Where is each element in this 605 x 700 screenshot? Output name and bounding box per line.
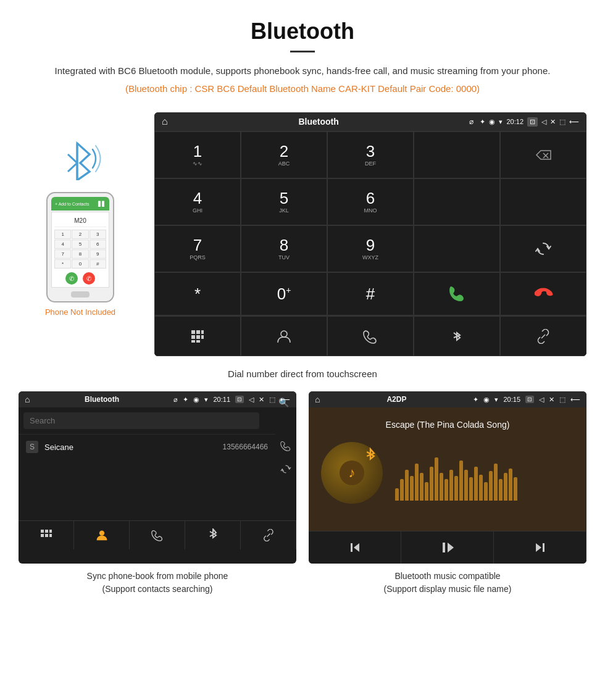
phone-key-8[interactable]: 8	[72, 249, 88, 259]
phone-key-9[interactable]: 9	[90, 249, 106, 259]
phone-key-5[interactable]: 5	[72, 240, 88, 249]
visualizer-bar	[479, 475, 483, 501]
pb-sidebar-phone-icon[interactable]	[280, 440, 291, 454]
phonebook-contact-row[interactable]: S Seicane 13566664466	[19, 434, 275, 459]
visualizer-bar	[504, 473, 507, 501]
dialpad-bluetooth-button[interactable]	[414, 316, 500, 356]
phone-key-0[interactable]: 0	[72, 259, 88, 269]
phone-icon	[363, 329, 378, 344]
dialpad-key-6[interactable]: 6 MNO	[327, 178, 414, 225]
music-visualizer	[395, 442, 574, 504]
dialpad-usb-icon: ⌀	[469, 117, 474, 126]
phone-key-3[interactable]: 3	[90, 230, 106, 239]
music-caption: Bluetooth music compatible(Support displ…	[309, 570, 586, 596]
phonebook-sidebar	[275, 434, 296, 483]
music-prev-button[interactable]	[309, 531, 401, 564]
svg-point-19	[99, 531, 104, 536]
phone-bottom-btns: ✆ ✆	[54, 272, 106, 285]
dialpad-phone-button[interactable]	[327, 316, 414, 356]
phone-key-4[interactable]: 4	[54, 240, 71, 249]
phone-end-button[interactable]: ✆	[83, 272, 95, 285]
dialpad-key-9[interactable]: 9 WXYZ	[327, 225, 414, 272]
pb-phone-button[interactable]	[130, 521, 185, 549]
dialpad-link-button[interactable]	[500, 316, 586, 356]
pb-sidebar-refresh-icon[interactable]	[280, 464, 291, 477]
visualizer-bar	[444, 479, 448, 501]
phone-key-1[interactable]: 1	[54, 230, 71, 239]
pb-contacts-button[interactable]	[74, 521, 130, 549]
dialpad-end-button[interactable]	[500, 272, 586, 315]
pb-x-icon: ✕	[259, 396, 264, 404]
dialpad-key-5[interactable]: 5 JKL	[241, 178, 327, 225]
visualizer-bar	[430, 467, 433, 501]
phonebook-search-input[interactable]	[23, 412, 259, 429]
dialpad-window-icon: ⬚	[559, 118, 565, 126]
dialpad-key-2[interactable]: 2 ABC	[241, 131, 327, 178]
phone-screen: M20 1 2 3 4 5 6 7 8 9 * 0 # ✆ ✆	[51, 212, 109, 288]
visualizer-bar	[459, 460, 463, 501]
dialpad-backspace-button[interactable]	[500, 131, 586, 178]
pb-grid-button[interactable]	[19, 521, 74, 549]
dialpad-key-1[interactable]: 1 ∿∿	[154, 131, 241, 178]
visualizer-bar	[484, 482, 488, 501]
dialpad-bt-icon: ✦	[480, 118, 485, 126]
svg-point-11	[281, 331, 287, 337]
dialpad-time: 20:12	[506, 118, 524, 125]
contact-letter: S	[26, 441, 38, 453]
phonebook-contacts-list: S Seicane 13566664466	[19, 434, 275, 483]
pb-camera-icon: ⊡	[235, 396, 244, 403]
visualizer-bar	[425, 482, 428, 501]
music-home-icon[interactable]: ⌂	[315, 394, 320, 404]
music-playpause-button[interactable]	[401, 531, 494, 564]
dialpad-call-button[interactable]	[414, 272, 500, 315]
dialpad-key-3[interactable]: 3 DEF	[327, 131, 414, 178]
pb-bluetooth-icon	[208, 528, 218, 542]
phone-home-button[interactable]	[71, 291, 90, 298]
svg-marker-23	[448, 543, 454, 552]
phone-top-bar: + Add to Contacts ▋▋	[51, 197, 109, 210]
visualizer-bar	[489, 471, 493, 501]
phonebook-item: ⌂ Bluetooth ⌀ ✦ ◉ ▾ 20:11 ⊡ ◁ ✕ ⬚ ⟵ 🔍	[19, 391, 296, 596]
phonebook-search-area: 🔍	[19, 407, 296, 434]
dialpad-key-7[interactable]: 7 PQRS	[154, 225, 241, 272]
dialpad-key-hash[interactable]: #	[327, 272, 414, 315]
pb-back-icon[interactable]: ⟵	[280, 396, 290, 404]
music-album-area: ♪	[321, 442, 574, 504]
dialpad-key-star[interactable]: *	[154, 272, 241, 315]
phone-key-6[interactable]: 6	[90, 240, 106, 249]
dialpad-key-4[interactable]: 4 GHI	[154, 178, 241, 225]
dialpad-refresh-button[interactable]	[500, 225, 586, 272]
phone-key-7[interactable]: 7	[54, 249, 71, 259]
phone-key-2[interactable]: 2	[72, 230, 88, 239]
pb-bluetooth-button[interactable]	[185, 521, 241, 549]
phone-call-button[interactable]: ✆	[65, 272, 78, 285]
dialpad-x-icon: ✕	[550, 118, 556, 126]
sidebar-refresh-icon	[280, 464, 291, 475]
dialpad-home-icon[interactable]: ⌂	[162, 116, 168, 127]
bottom-row: ⌂ Bluetooth ⌀ ✦ ◉ ▾ 20:11 ⊡ ◁ ✕ ⬚ ⟵ 🔍	[0, 391, 605, 596]
svg-rect-21	[351, 543, 353, 552]
dialpad-key-0[interactable]: 0+	[241, 272, 327, 315]
phone-not-included-label: Phone Not Included	[45, 307, 115, 317]
dialpad-back-icon[interactable]: ⟵	[569, 118, 579, 126]
svg-rect-15	[49, 530, 52, 533]
music-back-icon[interactable]: ⟵	[570, 396, 580, 404]
dialpad-grid-button[interactable]	[154, 316, 241, 356]
pb-time: 20:11	[213, 396, 230, 403]
music-next-button[interactable]	[494, 531, 586, 564]
phone-section: + Add to Contacts ▋▋ M20 1 2 3 4 5 6 7 8…	[19, 112, 142, 317]
phone-number-display: M20	[54, 215, 106, 227]
svg-rect-14	[45, 530, 48, 533]
dialpad-empty-3	[500, 178, 586, 225]
visualizer-bar	[400, 479, 404, 501]
visualizer-bar	[415, 464, 419, 501]
svg-rect-22	[443, 543, 445, 552]
phone-key-star[interactable]: *	[54, 259, 71, 269]
visualizer-bar	[474, 467, 478, 501]
phone-key-hash[interactable]: #	[90, 259, 106, 269]
dialpad-contacts-button[interactable]	[241, 316, 327, 356]
pb-link-button[interactable]	[241, 521, 296, 549]
visualizer-bar	[464, 470, 468, 501]
pb-home-icon[interactable]: ⌂	[25, 394, 30, 404]
dialpad-key-8[interactable]: 8 TUV	[241, 225, 327, 272]
